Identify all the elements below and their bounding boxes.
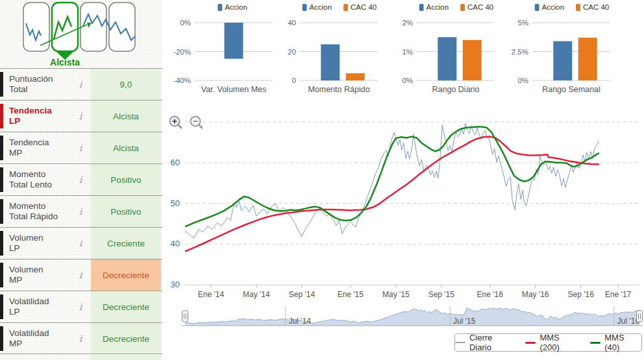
- navigator-area[interactable]: [185, 307, 639, 326]
- row-label: TendenciaMP: [0, 138, 73, 158]
- navigator-tick-label: Jul '15: [453, 317, 476, 326]
- mini-legend-label[interactable]: Accion: [310, 3, 332, 11]
- x-tick-label: May '14: [243, 290, 270, 299]
- row-accent-bar: [0, 326, 3, 351]
- trend-card-3[interactable]: [80, 3, 106, 51]
- mini-legend-label[interactable]: CAC 40: [351, 3, 377, 11]
- chart-rango-semanal: AccionCAC 405%2.5%0%Rango Semanal: [506, 0, 618, 99]
- main-price-chart: 7060504030Ene '14May '14Sep '14Ene '15Ma…: [162, 109, 644, 304]
- trend-selector: Alcista: [0, 0, 162, 68]
- mini-legend-label[interactable]: Accion: [542, 3, 565, 11]
- mini-legend-label[interactable]: CAC 40: [467, 3, 493, 11]
- chart-rango-diario: AccionCAC 402%1%0%Rango Diario: [391, 0, 502, 99]
- mini-chart-title: Momento Rápido: [308, 85, 369, 94]
- info-icon[interactable]: i: [73, 143, 88, 153]
- navigator-handle-right[interactable]: [637, 311, 643, 322]
- mini-chart-title: Rango Diario: [432, 85, 480, 94]
- mini-legend-label[interactable]: Accion: [225, 3, 247, 11]
- mini-legend-label[interactable]: Accion: [427, 3, 449, 11]
- mini-legend-swatch[interactable]: [303, 4, 307, 11]
- navigator-handle-left[interactable]: [182, 311, 188, 322]
- legend-item-cierre-diario[interactable]: Cierre Diario: [455, 333, 516, 352]
- y-tick-label: 30: [171, 280, 180, 289]
- row-label: MomentoTotal Rápido: [0, 201, 73, 222]
- row-label: VolatilidadMP: [0, 328, 73, 349]
- bar-cac-40: [578, 38, 597, 80]
- legend-line-marker: [590, 342, 601, 344]
- zoom-out-button[interactable]: [188, 114, 205, 131]
- zoom-out-magnifier-icon: [188, 114, 205, 131]
- info-icon[interactable]: i: [73, 270, 88, 280]
- y-tick-label: 5%: [517, 19, 528, 27]
- row-accent-bar: [0, 72, 3, 97]
- legend-label: MMS (200): [539, 333, 581, 352]
- zoom-controls: [167, 114, 205, 131]
- legend-line-marker: [525, 342, 536, 344]
- row-accent-bar: [0, 263, 3, 287]
- mini-legend-label[interactable]: CAC 40: [583, 3, 609, 11]
- row-value: Decreciente: [91, 323, 161, 354]
- y-tick-label: 0%: [517, 77, 528, 84]
- sidebar-row: TendenciaMPiAlcista: [0, 132, 162, 163]
- range-navigator[interactable]: Jul '14Jul '15Jul '16: [162, 304, 644, 330]
- mini-legend-swatch[interactable]: [419, 4, 424, 11]
- zoom-in-magnifier-icon: [167, 114, 184, 131]
- y-tick-label: -20%: [173, 48, 191, 56]
- series-mms-200-: [185, 137, 599, 252]
- row-accent-bar: [0, 136, 3, 160]
- zoom-in-button[interactable]: [167, 114, 184, 131]
- info-icon[interactable]: i: [73, 302, 88, 312]
- sidebar-row: VolatilidadLPiDecreciente: [0, 291, 162, 322]
- x-tick-label: Sep '16: [568, 290, 595, 299]
- y-tick-label: 0%: [180, 19, 191, 27]
- series-cierre-diario: [185, 124, 599, 239]
- legend-label: MMS (40): [604, 333, 641, 352]
- row-value: Positivo: [91, 164, 161, 195]
- trend-card-selected[interactable]: [52, 3, 78, 51]
- chart-var-volumen-mes: Accion0%-20%-40%Var. Volumen Mes: [169, 0, 280, 99]
- row-value-partial: [91, 355, 161, 360]
- mini-legend-swatch[interactable]: [217, 4, 222, 11]
- x-tick-label: Ene '17: [605, 290, 632, 299]
- navigator-tick-label: Jul '14: [289, 317, 312, 326]
- row-value: Alcista: [91, 101, 161, 132]
- mini-legend-swatch[interactable]: [576, 4, 580, 11]
- row-accent-bar: [0, 294, 3, 319]
- row-accent-bar: [0, 199, 3, 224]
- legend-line-marker: [455, 342, 465, 343]
- bar-accion: [225, 23, 243, 59]
- row-label: VolatilidadLP: [0, 296, 73, 317]
- sidebar-rows: PuntuaciónTotali9,0TendenciaLPiAlcistaTe…: [0, 68, 162, 354]
- bar-accion: [553, 42, 572, 81]
- info-icon[interactable]: i: [73, 111, 88, 121]
- legend-item-mms-40-[interactable]: MMS (40): [590, 333, 641, 352]
- sidebar-row: VolumenMPiDecreciente: [0, 259, 162, 291]
- y-tick-label: 40: [171, 239, 180, 248]
- x-tick-label: Ene '15: [338, 290, 364, 299]
- row-label: VolumenMP: [0, 265, 73, 285]
- row-accent-bar: [0, 104, 3, 128]
- row-accent-bar: [0, 231, 3, 256]
- x-tick-label: Ene '14: [198, 290, 225, 299]
- mini-legend-swatch[interactable]: [460, 4, 465, 11]
- row-value: Decreciente: [91, 259, 161, 291]
- row-value: Decreciente: [91, 291, 161, 322]
- sidebar-row-partial: [0, 354, 162, 360]
- info-icon[interactable]: i: [73, 238, 88, 248]
- info-icon[interactable]: i: [73, 174, 88, 185]
- row-value: Positivo: [91, 196, 161, 227]
- mini-legend-swatch[interactable]: [343, 4, 348, 11]
- stock-analysis-dashboard: Alcista PuntuaciónTotali9,0TendenciaLPiA…: [0, 0, 644, 360]
- info-icon[interactable]: i: [73, 206, 88, 217]
- bar-cac-40: [346, 73, 365, 80]
- info-icon[interactable]: i: [73, 79, 88, 90]
- mini-legend-swatch[interactable]: [535, 4, 539, 11]
- row-value: 9,0: [91, 69, 161, 100]
- legend-item-mms-200-[interactable]: MMS (200): [525, 333, 581, 352]
- sidebar-row: MomentoTotal LentoiPositivo: [0, 163, 162, 195]
- legend-label: Cierre Diario: [469, 333, 517, 352]
- row-value: Alcista: [91, 132, 161, 163]
- info-icon[interactable]: i: [73, 333, 88, 344]
- row-label: TendenciaLP: [0, 106, 73, 126]
- y-tick-label: 2%: [402, 19, 413, 27]
